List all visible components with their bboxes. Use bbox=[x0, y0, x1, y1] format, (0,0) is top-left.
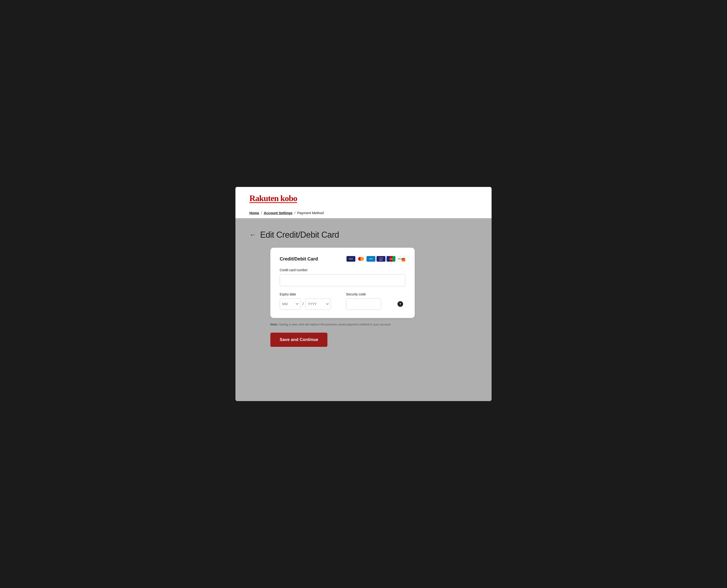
save-and-continue-button[interactable]: Save and Continue bbox=[270, 333, 327, 347]
card-form-header: Credit/Debit Card VISA bbox=[280, 256, 406, 261]
breadcrumb-separator-2: / bbox=[294, 211, 295, 215]
expiry-month-select[interactable]: MM 010203 040506 070809 101112 bbox=[280, 298, 300, 310]
note-text: Note: Saving a new card will replace the… bbox=[270, 323, 406, 326]
page-title-row: ← Edit Credit/Debit Card bbox=[249, 230, 478, 240]
note-body: Saving a new card will replace the previ… bbox=[278, 323, 391, 326]
mastercard-logo bbox=[356, 256, 365, 261]
breadcrumb-separator-1: / bbox=[261, 211, 262, 215]
mc-orange-circle bbox=[360, 257, 364, 261]
credit-card-number-section: Credit card number bbox=[280, 268, 406, 292]
main-content: ← Edit Credit/Debit Card Credit/Debit Ca… bbox=[235, 218, 492, 358]
jcb-logo: JCB bbox=[387, 256, 395, 261]
expiry-inputs: MM 010203 040506 070809 101112 / YYYY 20… bbox=[280, 298, 339, 310]
logo-text: Rakuten kobo bbox=[249, 193, 297, 203]
card-number-input[interactable] bbox=[280, 274, 406, 286]
amex-logo: AMEX bbox=[367, 256, 375, 261]
security-input-wrapper: ? bbox=[346, 298, 406, 310]
page-title: Edit Credit/Debit Card bbox=[260, 230, 339, 240]
security-code-input[interactable] bbox=[346, 298, 381, 310]
expiry-security-row: Expiry date MM 010203 040506 070809 1011… bbox=[280, 292, 406, 310]
back-arrow-icon[interactable]: ← bbox=[249, 232, 256, 238]
expiry-section: Expiry date MM 010203 040506 070809 1011… bbox=[280, 292, 339, 310]
card-form-container: Credit/Debit Card VISA bbox=[270, 248, 415, 318]
card-number-label: Credit card number bbox=[280, 268, 406, 272]
security-section: Security code ? bbox=[346, 292, 406, 310]
breadcrumb: Home / Account Settings / Payment Method bbox=[249, 208, 478, 218]
discover-logo: DISCOVER bbox=[397, 256, 406, 261]
breadcrumb-payment-method: Payment Method bbox=[297, 211, 324, 215]
note-prefix: Note: bbox=[270, 323, 278, 326]
browser-window: Rakuten kobo Home / Account Settings / P… bbox=[235, 187, 492, 401]
security-help-icon[interactable]: ? bbox=[397, 301, 403, 307]
header: Rakuten kobo Home / Account Settings / P… bbox=[235, 187, 492, 218]
expiry-slash: / bbox=[303, 302, 304, 306]
logo[interactable]: Rakuten kobo bbox=[249, 193, 297, 203]
expiry-label: Expiry date bbox=[280, 292, 339, 296]
breadcrumb-account-settings[interactable]: Account Settings bbox=[264, 211, 292, 215]
card-form-title: Credit/Debit Card bbox=[280, 256, 318, 261]
security-label: Security code bbox=[346, 292, 406, 296]
expiry-year-select[interactable]: YYYY 202420252026 202720282029 203020312… bbox=[305, 298, 331, 310]
visa-debit-logo: VISA DEBIT bbox=[376, 256, 386, 261]
visa-logo: VISA bbox=[347, 256, 355, 261]
card-logos: VISA AMEX VISA bbox=[347, 256, 406, 261]
breadcrumb-home[interactable]: Home bbox=[249, 211, 259, 215]
